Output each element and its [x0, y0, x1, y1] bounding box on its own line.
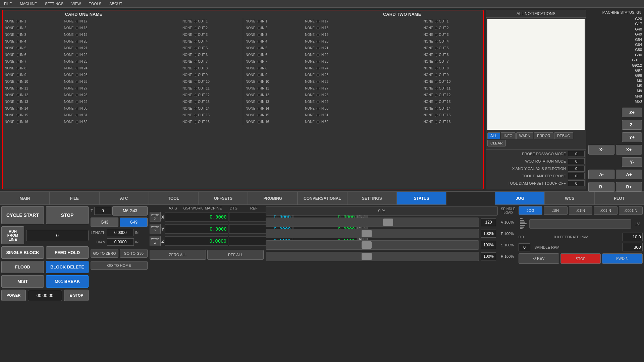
run-from-line-input[interactable]	[26, 230, 89, 241]
zero-y-btn[interactable]: ZERO Y	[150, 224, 161, 234]
io-dot[interactable]	[435, 114, 438, 117]
io-dot[interactable]	[435, 47, 438, 50]
tab-jog[interactable]: JOG	[495, 192, 545, 205]
io-dot[interactable]	[316, 87, 320, 90]
io-dot[interactable]	[257, 53, 261, 57]
notif-clear-btn[interactable]: CLEAR	[487, 140, 506, 146]
io-dot[interactable]	[257, 33, 261, 37]
io-dot[interactable]	[316, 94, 320, 97]
menu-settings[interactable]: SETTINGS	[44, 1, 65, 6]
aplus-btn[interactable]: A+	[616, 170, 642, 179]
tab-status[interactable]: STATUS	[397, 192, 446, 205]
io-dot[interactable]	[257, 20, 261, 23]
io-dot[interactable]	[316, 67, 320, 70]
tab-settings[interactable]: SETTINGS	[347, 192, 397, 205]
io-dot[interactable]	[435, 107, 438, 110]
io-dot[interactable]	[316, 120, 320, 124]
s-slider[interactable]	[266, 240, 479, 250]
cycle-start-btn[interactable]: CYCLE START	[1, 206, 44, 224]
zplus-btn[interactable]: Z+	[622, 108, 642, 117]
io-dot[interactable]	[194, 26, 197, 30]
menu-view[interactable]: VIEW	[70, 1, 82, 6]
io-dot[interactable]	[75, 47, 79, 50]
y-g54-val[interactable]	[165, 224, 228, 234]
io-dot[interactable]	[16, 60, 19, 63]
jog-inc-2[interactable]: .01IN	[569, 206, 593, 215]
io-dot[interactable]	[194, 114, 197, 117]
io-dot[interactable]	[316, 20, 320, 23]
m01-break-btn[interactable]: M01 BREAK	[46, 275, 89, 288]
io-dot[interactable]	[194, 60, 197, 63]
io-dot[interactable]	[16, 47, 19, 50]
io-dot[interactable]	[257, 114, 261, 117]
bplus-btn[interactable]: B+	[616, 182, 642, 192]
io-dot[interactable]	[194, 47, 197, 50]
io-dot[interactable]	[435, 53, 438, 57]
tab-probing[interactable]: PROBING	[248, 192, 298, 205]
r-slider[interactable]	[266, 252, 479, 261]
io-dot[interactable]	[194, 20, 197, 23]
notif-warn-btn[interactable]: WARN	[516, 132, 533, 139]
io-dot[interactable]	[257, 67, 261, 70]
spindle-rpm-val[interactable]	[623, 243, 643, 251]
fwd-btn[interactable]: FWD ↻	[602, 253, 643, 264]
io-dot[interactable]	[435, 87, 438, 90]
menu-about[interactable]: ABOUT	[108, 1, 123, 6]
io-dot[interactable]	[75, 94, 79, 97]
io-dot[interactable]	[75, 87, 79, 90]
io-dot[interactable]	[16, 80, 19, 83]
probe-input-2[interactable]	[568, 166, 585, 172]
io-dot[interactable]	[316, 114, 320, 117]
probe-input-1[interactable]	[568, 158, 585, 164]
io-dot[interactable]	[75, 33, 79, 37]
jog-inc-1[interactable]: .1IN	[544, 206, 568, 215]
length-input[interactable]	[107, 229, 134, 236]
io-dot[interactable]	[316, 26, 320, 30]
io-dot[interactable]	[257, 87, 261, 90]
io-dot[interactable]	[194, 107, 197, 110]
xplus-btn[interactable]: X+	[616, 145, 642, 155]
io-dot[interactable]	[75, 20, 79, 23]
io-dot[interactable]	[16, 87, 19, 90]
io-dot[interactable]	[194, 120, 197, 124]
io-dot[interactable]	[316, 73, 320, 77]
jog-btn[interactable]: JOG	[519, 206, 542, 215]
stop-btn[interactable]: STOP	[46, 206, 89, 224]
probe-input-4[interactable]	[568, 180, 585, 186]
tab-conversational[interactable]: CONVERSATIONAL	[298, 192, 347, 205]
spindle-indicator[interactable]	[519, 243, 530, 251]
notif-error-btn[interactable]: ERROR	[534, 132, 553, 139]
v-thumb[interactable]	[383, 219, 393, 226]
jog-inc-3[interactable]: .001IN	[594, 206, 618, 215]
mist-btn[interactable]: MIST	[1, 275, 44, 288]
io-dot[interactable]	[316, 80, 320, 83]
io-dot[interactable]	[194, 67, 197, 70]
io-dot[interactable]	[435, 26, 438, 30]
menu-file[interactable]: FILE	[3, 1, 13, 6]
io-dot[interactable]	[435, 67, 438, 70]
io-dot[interactable]	[257, 107, 261, 110]
io-dot[interactable]	[316, 47, 320, 50]
io-dot[interactable]	[316, 33, 320, 37]
io-dot[interactable]	[435, 94, 438, 97]
go-to-home-btn[interactable]: GO TO HOME	[91, 261, 148, 270]
io-dot[interactable]	[316, 60, 320, 63]
io-dot[interactable]	[75, 60, 79, 63]
io-dot[interactable]	[194, 100, 197, 104]
io-dot[interactable]	[435, 33, 438, 37]
io-dot[interactable]	[16, 26, 19, 30]
x-g54-val[interactable]	[165, 212, 228, 222]
io-dot[interactable]	[316, 40, 320, 43]
flood-btn[interactable]: FLOOD	[1, 261, 44, 273]
io-dot[interactable]	[316, 100, 320, 104]
s-value[interactable]	[481, 241, 496, 249]
io-dot[interactable]	[194, 40, 197, 43]
yminus-btn[interactable]: Y-	[622, 157, 642, 167]
io-dot[interactable]	[257, 94, 261, 97]
io-dot[interactable]	[435, 60, 438, 63]
r-value[interactable]	[481, 252, 496, 260]
io-dot[interactable]	[75, 26, 79, 30]
g49-btn[interactable]: G49	[120, 218, 148, 227]
io-dot[interactable]	[435, 80, 438, 83]
yplus-btn[interactable]: Y+	[622, 132, 642, 142]
